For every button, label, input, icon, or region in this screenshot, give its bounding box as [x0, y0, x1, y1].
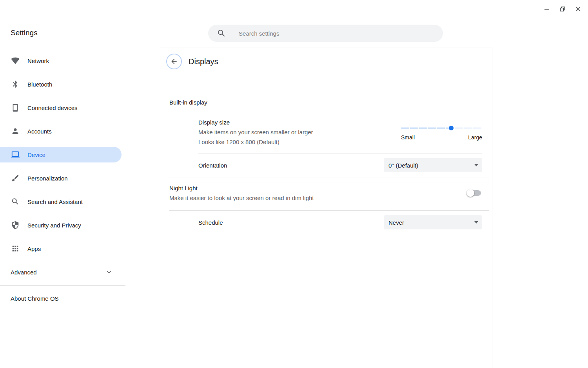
slider-max-label: Large [468, 134, 482, 141]
toggle-knob [466, 189, 474, 197]
sidebar-item-label: Device [27, 152, 45, 158]
chevron-down-icon [105, 268, 113, 276]
wifi-icon [11, 56, 20, 65]
sidebar-item-accounts[interactable]: Accounts [0, 123, 122, 139]
slider-thumb[interactable] [449, 126, 454, 130]
back-button[interactable] [166, 54, 182, 69]
slider-labels: Small Large [401, 134, 482, 141]
search-icon [11, 197, 20, 206]
app-title: Settings [11, 29, 38, 37]
minimize-icon [544, 6, 550, 12]
divider [0, 285, 125, 286]
display-size-text: Display size Make items on your screen s… [198, 117, 313, 147]
sidebar-item-label: Personalization [27, 175, 68, 182]
page-header: Displays [159, 47, 492, 69]
slider-track[interactable] [401, 128, 482, 128]
search-placeholder: Search settings [239, 30, 279, 37]
window-controls [541, 3, 584, 15]
sidebar-item-label: Security and Privacy [27, 222, 81, 229]
chevron-down-icon [474, 221, 478, 224]
orientation-row: Orientation 0° (Default) [159, 153, 492, 177]
advanced-label: Advanced [11, 269, 37, 276]
schedule-row: Schedule Never [159, 211, 492, 234]
sidebar-item-personalization[interactable]: Personalization [0, 170, 122, 186]
sidebar-item-connected-devices[interactable]: Connected devices [0, 100, 122, 115]
orientation-value: 0° (Default) [388, 162, 418, 169]
restore-button[interactable] [557, 3, 568, 15]
slider-min-label: Small [401, 134, 415, 141]
top-bar: Settings Search settings [0, 0, 588, 47]
display-size-row: Display size Make items on your screen s… [159, 106, 492, 153]
restore-icon [560, 6, 565, 12]
night-light-toggle[interactable] [468, 190, 481, 196]
sidebar-item-network[interactable]: Network [0, 53, 122, 69]
schedule-value: Never [388, 219, 404, 226]
back-arrow-icon [170, 58, 178, 65]
shield-icon [11, 220, 20, 230]
sidebar-item-search-assistant[interactable]: Search and Assistant [0, 194, 122, 209]
sidebar-item-about-chrome-os[interactable]: About Chrome OS [0, 290, 159, 306]
night-light-title: Night Light [169, 183, 314, 193]
display-size-title: Display size [198, 117, 313, 127]
laptop-icon [11, 150, 20, 159]
sidebar-item-label: Network [27, 58, 49, 64]
schedule-label: Schedule [198, 218, 223, 227]
night-light-subtitle: Make it easier to look at your screen or… [169, 193, 314, 203]
sidebar-item-security-privacy[interactable]: Security and Privacy [0, 217, 122, 233]
bluetooth-icon [11, 79, 20, 89]
display-size-subtitle: Make items on your screen smaller or lar… [198, 127, 313, 137]
minimize-button[interactable] [541, 3, 553, 15]
section-title: Built-in display [169, 99, 492, 106]
orientation-select[interactable]: 0° (Default) [384, 158, 482, 172]
orientation-label: Orientation [198, 161, 227, 170]
display-size-slider[interactable]: Small Large [401, 128, 482, 141]
page-title: Displays [189, 57, 218, 66]
sidebar-item-device[interactable]: Device [0, 147, 122, 162]
sidebar-item-label: Bluetooth [27, 81, 52, 88]
sidebar-item-label: Search and Assistant [27, 198, 83, 205]
paintbrush-icon [11, 173, 20, 183]
sidebar-item-label: Apps [27, 245, 41, 252]
night-light-row: Night Light Make it easier to look at yo… [159, 177, 492, 210]
chevron-down-icon [474, 164, 478, 166]
search-icon [217, 29, 226, 38]
night-light-text: Night Light Make it easier to look at yo… [169, 183, 314, 203]
sidebar-item-advanced[interactable]: Advanced [0, 264, 122, 280]
sidebar-item-bluetooth[interactable]: Bluetooth [0, 76, 122, 92]
sidebar-item-label: Connected devices [27, 105, 78, 111]
person-icon [11, 126, 20, 136]
sidebar-item-apps[interactable]: Apps [0, 241, 122, 256]
apps-grid-icon [11, 244, 20, 253]
main-content: Displays Built-in display Display size M… [159, 47, 492, 368]
display-size-current: Looks like 1200 x 800 (Default) [198, 137, 313, 147]
smartphone-icon [11, 103, 20, 112]
search-input[interactable]: Search settings [208, 25, 443, 42]
sidebar: Network Bluetooth Connected devices Acco… [0, 47, 159, 368]
close-icon [575, 6, 581, 12]
schedule-select[interactable]: Never [384, 215, 482, 229]
close-button[interactable] [572, 3, 584, 15]
sidebar-item-label: Accounts [27, 128, 52, 135]
